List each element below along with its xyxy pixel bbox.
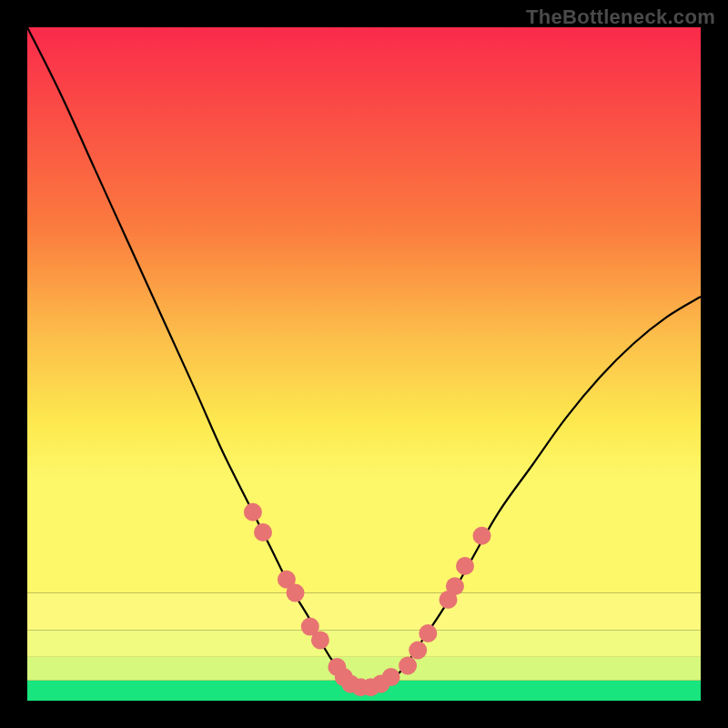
data-marker [287,584,305,602]
bottleneck-chart [27,27,701,701]
data-marker [311,631,329,649]
chart-background-gradient [27,27,701,593]
chart-band [27,593,701,631]
data-marker [254,523,272,541]
data-marker [473,527,491,545]
data-marker [399,657,417,675]
data-marker [382,668,400,686]
data-marker [409,642,427,660]
chart-band [27,630,701,657]
data-marker [446,577,464,595]
data-marker [419,624,437,642]
chart-svg [27,27,701,701]
watermark-text: TheBottleneck.com [526,5,715,29]
chart-band [27,657,701,681]
data-marker [456,557,474,575]
data-marker [244,503,262,521]
